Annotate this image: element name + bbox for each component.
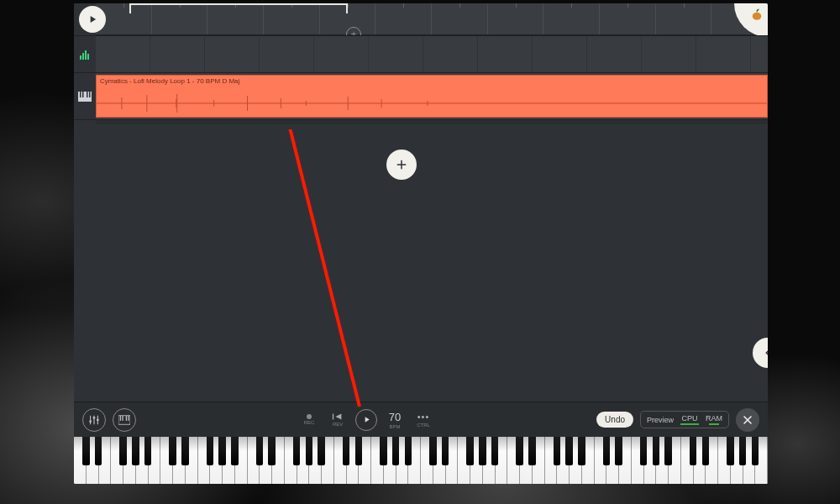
- black-key[interactable]: [752, 437, 759, 465]
- black-key[interactable]: [181, 437, 189, 465]
- preview-label: Preview: [647, 416, 674, 424]
- piano-roll-icon: [78, 92, 92, 102]
- loop-region-end[interactable]: [202, 3, 348, 13]
- black-key[interactable]: [516, 437, 523, 465]
- play-button-main[interactable]: [355, 409, 377, 431]
- black-key[interactable]: [528, 437, 536, 465]
- plus-icon: [394, 157, 409, 172]
- svg-rect-1: [80, 55, 81, 60]
- ctrl-label: CTRL: [417, 423, 430, 428]
- svg-rect-34: [333, 414, 333, 420]
- timeline-row: +: [74, 3, 768, 35]
- black-key[interactable]: [306, 437, 313, 465]
- black-key[interactable]: [343, 437, 350, 465]
- black-key[interactable]: [405, 437, 412, 465]
- svg-rect-3: [85, 50, 87, 60]
- black-key[interactable]: [554, 437, 561, 465]
- black-key[interactable]: [231, 437, 239, 465]
- svg-rect-4: [87, 54, 89, 60]
- automation-track-header[interactable]: [74, 35, 96, 72]
- bpm-label: BPM: [390, 424, 401, 429]
- black-key[interactable]: [144, 437, 152, 465]
- black-key[interactable]: [603, 437, 611, 465]
- black-key[interactable]: [380, 437, 387, 465]
- black-key[interactable]: [207, 437, 214, 465]
- svg-rect-32: [126, 415, 127, 420]
- black-key[interactable]: [739, 437, 747, 465]
- black-key[interactable]: [132, 437, 139, 465]
- black-key[interactable]: [491, 437, 499, 465]
- rewind-button[interactable]: REV: [327, 412, 349, 427]
- audio-clip[interactable]: Cymatics - Lofi Melody Loop 1 - 70 BPM D…: [96, 75, 768, 118]
- black-key[interactable]: [578, 437, 585, 465]
- timeline-ruler[interactable]: +: [96, 3, 768, 35]
- svg-rect-8: [87, 92, 88, 97]
- audio-track-row: Cymatics - Lofi Melody Loop 1 - 70 BPM D…: [74, 72, 768, 119]
- svg-rect-33: [128, 415, 129, 420]
- svg-rect-9: [89, 92, 91, 97]
- black-key[interactable]: [640, 437, 648, 465]
- svg-point-27: [93, 416, 96, 418]
- add-track-button[interactable]: [386, 150, 417, 180]
- black-key[interactable]: [95, 437, 102, 465]
- svg-rect-2: [82, 53, 84, 60]
- black-key[interactable]: [565, 437, 573, 465]
- black-key[interactable]: [702, 437, 710, 465]
- black-key[interactable]: [615, 437, 622, 465]
- svg-point-0: [753, 13, 762, 20]
- close-button[interactable]: [736, 408, 759, 432]
- black-key[interactable]: [268, 437, 276, 465]
- audio-track-header[interactable]: [74, 72, 96, 119]
- chevron-left-icon: [762, 347, 768, 359]
- bpm-display[interactable]: 70 BPM: [384, 411, 406, 429]
- audio-clip-label: Cymatics - Lofi Melody Loop 1 - 70 BPM D…: [100, 77, 239, 85]
- black-key[interactable]: [318, 437, 325, 465]
- piano-keyboard[interactable]: // placeholder – keys generated below by…: [74, 437, 768, 484]
- loop-region-start[interactable]: [129, 3, 202, 13]
- black-key[interactable]: [355, 437, 363, 465]
- black-key[interactable]: [429, 437, 437, 465]
- bottom-toolbar: REC REV 70 BPM ••• CTRL Undo Preview CPU: [74, 402, 768, 437]
- black-key[interactable]: [727, 437, 734, 465]
- black-key[interactable]: [664, 437, 672, 465]
- fruit-logo-icon: [749, 7, 764, 22]
- black-key[interactable]: [256, 437, 264, 465]
- black-key[interactable]: [479, 437, 486, 465]
- black-key[interactable]: [169, 437, 176, 465]
- black-key[interactable]: [82, 437, 90, 465]
- record-label: REC: [304, 420, 315, 425]
- automation-track-row: [74, 35, 768, 72]
- keyboard-icon: [118, 415, 130, 425]
- play-icon: [362, 415, 371, 424]
- keyboard-toggle-button[interactable]: [113, 408, 136, 432]
- undo-button[interactable]: Undo: [596, 412, 633, 428]
- close-icon: [743, 415, 753, 425]
- sliders-icon: [88, 414, 100, 426]
- arrangement-empty-area[interactable]: [74, 124, 768, 402]
- record-button[interactable]: REC: [298, 414, 320, 425]
- ram-meter: [709, 423, 719, 425]
- black-key[interactable]: [119, 437, 127, 465]
- ram-label: RAM: [706, 414, 722, 423]
- undo-label: Undo: [605, 415, 625, 424]
- ctrl-menu-button[interactable]: ••• CTRL: [412, 412, 434, 428]
- svg-line-22: [267, 129, 360, 407]
- svg-rect-30: [120, 415, 121, 420]
- black-key[interactable]: [442, 437, 449, 465]
- black-key[interactable]: [293, 437, 301, 465]
- side-panel-expand-button[interactable]: [753, 338, 768, 368]
- play-button-top[interactable]: [79, 6, 106, 33]
- audio-track-body[interactable]: Cymatics - Lofi Melody Loop 1 - 70 BPM D…: [96, 72, 768, 119]
- black-key[interactable]: [218, 437, 226, 465]
- cpu-meter: [680, 423, 699, 425]
- black-key[interactable]: [653, 437, 660, 465]
- performance-panel[interactable]: Preview CPU RAM: [640, 411, 729, 428]
- svg-rect-31: [122, 415, 123, 420]
- black-key[interactable]: [466, 437, 474, 465]
- automation-track-body[interactable]: [96, 35, 768, 72]
- mixer-button[interactable]: [82, 408, 106, 432]
- black-key[interactable]: [690, 437, 697, 465]
- bpm-value: 70: [389, 411, 401, 423]
- black-key[interactable]: [392, 437, 400, 465]
- record-icon: [307, 414, 312, 419]
